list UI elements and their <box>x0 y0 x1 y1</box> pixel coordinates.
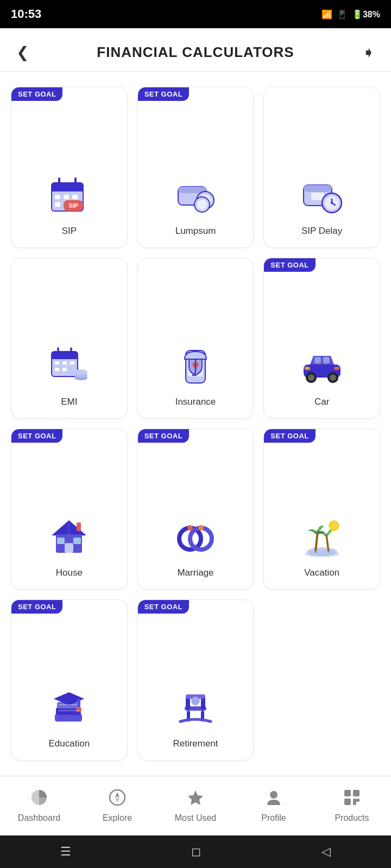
svg-rect-89 <box>344 799 351 805</box>
grid-icon <box>343 789 361 810</box>
svg-rect-7 <box>72 195 78 199</box>
card-label-emi: EMI <box>61 397 77 407</box>
svg-point-25 <box>331 202 333 204</box>
nav-profile-label: Profile <box>261 813 286 823</box>
svg-rect-8 <box>55 202 60 207</box>
forward-button[interactable]: ➧ <box>362 43 375 61</box>
nav-dashboard[interactable]: Dashboard <box>0 789 78 823</box>
svg-rect-49 <box>305 367 310 370</box>
svg-point-65 <box>329 520 339 531</box>
nav-most-used[interactable]: Most Used <box>156 789 235 823</box>
card-label-sipdelay: SIP Delay <box>301 226 342 237</box>
page-title: FINANCIAL CALCULATORS <box>97 44 294 61</box>
bottom-nav: Dashboard Explore Most Used Profile <box>0 776 391 835</box>
compass-icon <box>109 789 126 810</box>
nav-products[interactable]: Products <box>313 789 391 823</box>
svg-rect-56 <box>77 522 81 531</box>
nav-profile[interactable]: Profile <box>235 789 313 823</box>
header: ❮ FINANCIAL CALCULATORS ➧ <box>0 28 391 72</box>
svg-rect-32 <box>62 361 67 365</box>
android-menu-icon: ☰ <box>60 845 71 859</box>
battery-icon: 🔋38% <box>352 9 380 20</box>
sipdelay-icon <box>298 170 346 219</box>
nav-dashboard-label: Dashboard <box>18 813 60 823</box>
svg-rect-44 <box>323 357 330 363</box>
svg-marker-83 <box>115 792 119 797</box>
nav-explore-label: Explore <box>103 813 132 823</box>
card-sip[interactable]: SET GOAL SIP SIP <box>11 87 128 248</box>
svg-rect-31 <box>55 361 59 365</box>
card-house[interactable]: SET GOAL House <box>11 429 128 590</box>
status-bar: 10:53 📶 📱 🔋38% <box>0 0 391 28</box>
svg-rect-88 <box>353 790 360 796</box>
svg-rect-87 <box>344 790 351 796</box>
card-label-lumpsum: Lumpsum <box>175 226 216 237</box>
svg-rect-19 <box>304 185 332 192</box>
card-label-sip: SIP <box>62 226 77 237</box>
svg-point-60 <box>187 525 193 531</box>
sip-icon: SIP <box>45 170 93 219</box>
svg-rect-55 <box>73 538 81 544</box>
card-education[interactable]: SET GOAL Education <box>11 599 128 761</box>
svg-rect-54 <box>57 538 65 544</box>
set-goal-badge-house: SET GOAL <box>11 429 62 443</box>
set-goal-badge-sip: SET GOAL <box>11 87 62 101</box>
svg-point-72 <box>76 707 81 712</box>
svg-point-38 <box>74 369 87 375</box>
set-goal-badge-car: SET GOAL <box>264 258 315 272</box>
nav-products-label: Products <box>335 813 369 823</box>
card-label-vacation: Vacation <box>304 567 339 578</box>
set-goal-badge-lumpsum: SET GOAL <box>138 87 189 101</box>
pie-icon <box>30 789 48 810</box>
insurance-icon <box>171 341 220 390</box>
card-label-insurance: Insurance <box>175 397 216 407</box>
house-icon <box>45 512 93 561</box>
card-sipdelay[interactable]: SIP Delay <box>263 87 380 248</box>
card-label-marriage: Marriage <box>177 567 213 578</box>
card-retirement[interactable]: SET GOAL Retirement <box>137 599 254 761</box>
svg-rect-90 <box>353 799 356 805</box>
svg-point-81 <box>191 697 200 705</box>
card-insurance[interactable]: Insurance <box>137 258 254 419</box>
svg-rect-91 <box>356 799 360 802</box>
star-icon <box>187 789 204 810</box>
set-goal-badge-retirement: SET GOAL <box>138 600 189 614</box>
svg-text:SIP: SIP <box>68 202 78 209</box>
card-lumpsum[interactable]: SET GOAL Lumpsum <box>137 87 254 248</box>
education-icon <box>45 683 93 732</box>
svg-point-86 <box>270 791 278 799</box>
nav-most-used-label: Most Used <box>175 813 216 823</box>
svg-point-66 <box>305 551 339 557</box>
svg-point-48 <box>330 374 336 381</box>
card-car[interactable]: SET GOAL Car <box>263 258 380 419</box>
android-nav: ☰ ◻ ◁ <box>0 835 391 868</box>
card-emi[interactable]: EMI <box>11 258 128 419</box>
svg-rect-34 <box>55 368 59 371</box>
card-label-house: House <box>56 567 83 578</box>
card-vacation[interactable]: SET GOAL Vacation <box>263 429 380 590</box>
svg-rect-67 <box>55 714 82 722</box>
person-icon <box>265 789 282 810</box>
wifi-icon: 📶 <box>321 9 332 20</box>
svg-rect-6 <box>64 195 69 199</box>
card-marriage[interactable]: SET GOAL Marriage <box>137 429 254 590</box>
svg-rect-2 <box>52 187 83 192</box>
svg-rect-35 <box>62 368 67 371</box>
svg-rect-5 <box>55 195 60 199</box>
marriage-icon <box>171 512 220 561</box>
card-label-car: Car <box>314 397 329 407</box>
svg-point-46 <box>308 374 314 381</box>
svg-marker-84 <box>115 797 119 803</box>
status-icons: 📶 📱 🔋38% <box>321 9 380 20</box>
card-label-retirement: Retirement <box>173 738 218 749</box>
time: 10:53 <box>11 7 41 21</box>
svg-rect-43 <box>314 357 321 363</box>
svg-point-61 <box>198 525 204 531</box>
svg-rect-50 <box>334 367 339 370</box>
card-label-education: Education <box>49 738 90 749</box>
retirement-icon <box>171 683 220 732</box>
nav-explore[interactable]: Explore <box>78 789 156 823</box>
car-icon <box>298 341 346 390</box>
emi-icon <box>45 341 93 390</box>
back-button[interactable]: ❮ <box>16 43 29 61</box>
